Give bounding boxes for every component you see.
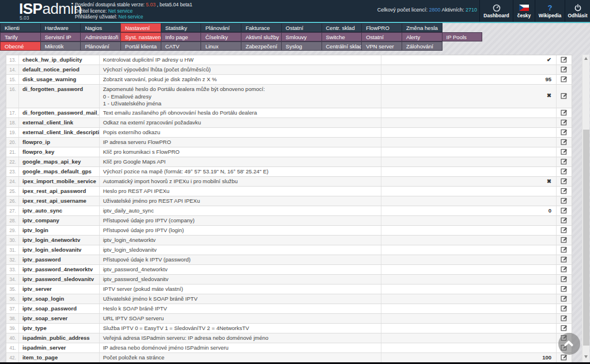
edit-icon[interactable] [561,206,568,215]
edit-cell[interactable] [557,108,572,117]
edit-icon[interactable] [561,294,568,304]
edit-cell[interactable] [557,226,572,235]
menu-item-zm-na-hesla[interactable]: Změna hesla [402,23,442,32]
edit-icon[interactable] [561,91,568,101]
menu-item-vpn-server[interactable]: VPN server [361,41,402,51]
logout-button[interactable]: Odhlásit [565,0,590,22]
menu-item-smlouvy[interactable]: Smlouvy [281,32,322,41]
edit-cell[interactable] [557,216,572,225]
edit-icon[interactable] [561,255,568,264]
edit-cell[interactable] [557,177,572,186]
edit-cell[interactable] [557,157,572,166]
menu-item-statistiky[interactable]: Statistiky [161,23,202,32]
edit-cell[interactable] [557,196,572,206]
edit-cell[interactable] [557,55,572,65]
scrollbar-down-arrow[interactable] [584,355,588,358]
edit-cell[interactable] [557,147,572,157]
vertical-scrollbar[interactable] [582,55,589,362]
edit-cell[interactable] [557,75,572,84]
edit-icon[interactable] [561,304,568,313]
edit-icon[interactable] [561,108,568,117]
menu-item-hardware[interactable]: Hardware [40,23,81,32]
menu-item-flowpro[interactable]: FlowPRO [361,23,402,32]
menu-item-obecn-[interactable]: Obecné [0,41,41,51]
scroll-to-top-button[interactable] [558,333,580,355]
menu-item-linux[interactable]: Linux [201,41,241,51]
menu-item-zabezpe-en-[interactable]: Zabezpečení [241,41,282,51]
edit-icon[interactable] [561,167,568,176]
edit-cell[interactable] [557,118,572,127]
edit-cell[interactable] [557,85,572,108]
edit-cell[interactable] [557,255,572,264]
menu-item-z-lohov-n-[interactable]: Zálohování [402,41,442,51]
edit-icon[interactable] [561,177,568,186]
edit-cell[interactable] [557,128,572,137]
menu-item-pl-nov-n-[interactable]: Plánování [80,41,121,51]
scrollbar-up-arrow[interactable] [584,57,588,60]
edit-icon[interactable] [561,118,568,127]
menu-item-pl-nov-n-[interactable]: Plánování [201,23,241,32]
edit-cell[interactable] [557,275,572,284]
edit-cell[interactable] [557,304,572,313]
menu-item-fakturace[interactable]: Fakturace [241,23,282,32]
edit-icon[interactable] [561,55,568,65]
scrollbar-thumb[interactable] [583,130,589,346]
menu-item-aktivn-slu-by[interactable]: Aktivní služby [241,32,282,41]
edit-cell[interactable] [557,65,572,74]
edit-cell[interactable] [557,294,572,304]
edit-icon[interactable] [561,128,568,137]
edit-icon[interactable] [561,275,568,284]
menu-item-nagios[interactable]: Nagios [80,23,121,32]
edit-icon[interactable] [561,265,568,274]
menu-item-mikrotik[interactable]: Mikrotik [40,41,81,51]
edit-icon[interactable] [561,187,568,196]
menu-item-servisn-ip[interactable]: Servisní IP [40,32,81,41]
setting-description: Klíč pro komunikaci s FlowPRO [100,147,381,157]
edit-icon[interactable] [561,314,568,323]
edit-cell[interactable] [557,324,572,333]
edit-icon[interactable] [561,236,568,245]
menu-item-catv[interactable]: CATV [161,41,202,51]
menu-item--seln-ky[interactable]: Číselníky [201,32,241,41]
wikipedia-button[interactable]: ? Wikipedia [535,0,565,22]
menu-item-ostatn-[interactable]: Ostatní [281,23,322,32]
language-button[interactable]: česky [513,0,535,22]
menu-item-klienti[interactable]: Klienti [0,23,41,32]
setting-key: iptv_password [19,255,100,264]
edit-icon[interactable] [561,216,568,225]
edit-icon[interactable] [561,65,568,74]
menu-item-syst-nastaven-[interactable]: Syst. nastavení [120,32,161,41]
edit-cell[interactable] [557,167,572,176]
menu-item-administr-to-i[interactable]: Administrátoři [80,32,121,41]
setting-value: 95 [381,75,557,84]
menu-item-centr-ln-sklad[interactable]: Centrální sklad [322,41,362,51]
menu-item-switche[interactable]: Switche [322,32,362,41]
edit-cell[interactable] [557,314,572,323]
edit-icon[interactable] [561,226,568,235]
menu-item-syslog[interactable]: Syslog [281,41,322,51]
edit-icon[interactable] [561,75,568,84]
edit-icon[interactable] [561,157,568,166]
edit-cell[interactable] [557,285,572,294]
menu-item-centr-sklad[interactable]: Centr. sklad [322,23,362,32]
menu-item-alerty[interactable]: Alerty [402,32,442,41]
menu-item-ip-pools[interactable]: IP Pools [442,32,483,41]
edit-icon[interactable] [561,245,568,255]
edit-cell[interactable] [557,206,572,215]
edit-icon[interactable] [561,285,568,294]
edit-cell[interactable] [557,245,572,255]
menu-item-info-page[interactable]: Info page [161,32,202,41]
edit-cell[interactable] [557,236,572,245]
menu-item-tarify[interactable]: Tarify [0,32,41,41]
edit-cell[interactable] [557,187,572,196]
edit-icon[interactable] [561,147,568,157]
edit-icon[interactable] [561,138,568,147]
dashboard-button[interactable]: Dashboard [479,0,513,22]
edit-cell[interactable] [557,265,572,274]
menu-item-port-l-klienta[interactable]: Portál klienta [120,41,161,51]
edit-icon[interactable] [561,324,568,333]
edit-cell[interactable] [557,138,572,147]
menu-item-nastaven-[interactable]: Nastavení [120,23,161,32]
edit-icon[interactable] [561,196,568,206]
menu-item-ostatn-[interactable]: Ostatní [361,32,402,41]
